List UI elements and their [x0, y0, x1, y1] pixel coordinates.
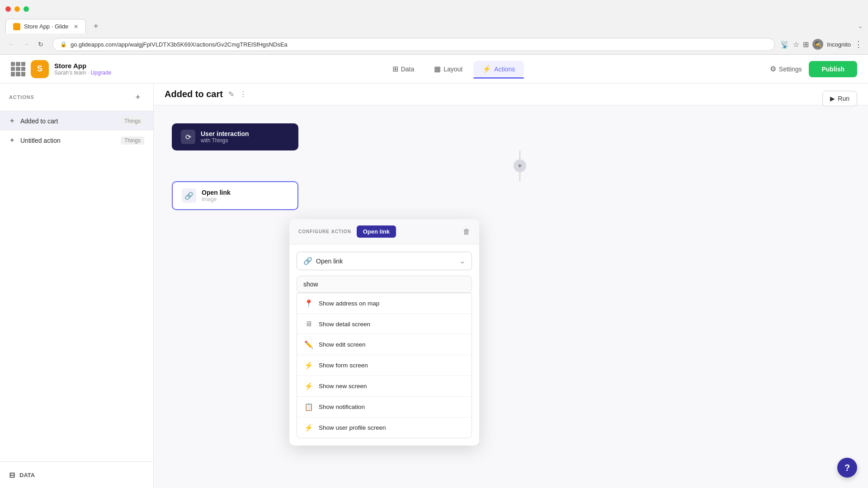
chevron-down-icon: ⌄ — [459, 257, 465, 265]
sidebar-item-untitled-action[interactable]: ✦ Untitled action Things — [0, 131, 153, 150]
close-window-btn[interactable] — [5, 6, 11, 12]
form-screen-icon: ⚡ — [304, 361, 313, 370]
flow-node-1-subtitle: with Things — [201, 137, 249, 144]
flow-node-1-title: User interaction — [201, 130, 249, 137]
active-tab[interactable]: Store App · Glide ✕ — [5, 19, 86, 33]
incognito-area: 🕵 Incognito — [812, 39, 851, 50]
dropdown-item-show-new[interactable]: ⚡ Show new screen — [297, 376, 472, 397]
action-item-tag-1: Things — [121, 117, 144, 125]
publish-button[interactable]: Publish — [809, 61, 857, 77]
actions-tab-label: Actions — [494, 66, 515, 73]
url-text: go.glideapps.com/app/walgjFpIVLDTX3b5K69… — [71, 41, 288, 48]
data-nav-button[interactable]: ⊟ DATA — [9, 467, 144, 483]
layout-tab-icon: ▦ — [434, 65, 441, 73]
back-button[interactable]: ← — [5, 38, 18, 51]
dropdown-item-show-detail[interactable]: 🖥 Show detail screen — [297, 314, 472, 334]
app-layout: S Store App Sarah's team · Upgrade ⊞ Dat… — [0, 55, 868, 488]
forward-button[interactable]: → — [20, 38, 33, 51]
open-link-icon: 🔗 — [182, 188, 196, 203]
address-bar[interactable]: 🔒 go.glideapps.com/app/walgjFpIVLDTX3b5K… — [52, 38, 775, 51]
minimize-window-btn[interactable] — [14, 6, 20, 12]
configure-body: 🔗 Open link ⌄ 📍 Show address on map — [289, 244, 479, 446]
incognito-label: Incognito — [827, 41, 851, 48]
dropdown-item-label-1: Show address on map — [319, 300, 379, 307]
flow-canvas: ⟳ User interaction with Things + 🔗 — [154, 105, 868, 228]
configure-delete-button[interactable]: 🗑 — [463, 228, 470, 236]
detail-screen-icon: 🖥 — [304, 320, 313, 328]
bookmark-icon[interactable]: ☆ — [793, 40, 799, 49]
tab-actions[interactable]: ⚡ Actions — [473, 61, 524, 77]
notification-icon: 📋 — [304, 403, 313, 411]
dropdown-item-show-user-profile[interactable]: ⚡ Show user profile screen — [297, 418, 472, 438]
tab-favicon — [13, 23, 20, 30]
sidebar-title: ACTIONS — [9, 94, 34, 100]
dropdown-item-show-address[interactable]: 📍 Show address on map — [297, 293, 472, 314]
action-type-select[interactable]: 🔗 Open link ⌄ — [297, 252, 472, 270]
configure-label: CONFIGURE ACTION — [298, 229, 351, 234]
nav-buttons: ← → ↻ — [5, 38, 47, 51]
dropdown-item-label-2: Show detail screen — [319, 321, 370, 328]
header-nav: ⊞ Data ▦ Layout ⚡ Actions — [145, 61, 763, 77]
sidebar-header: ACTIONS + — [0, 84, 153, 111]
dropdown-item-show-edit[interactable]: ✏️ Show edit screen — [297, 334, 472, 355]
new-screen-icon: ⚡ — [304, 382, 313, 390]
action-item-tag-2: Things — [121, 136, 144, 145]
settings-button[interactable]: ⚙ Settings — [770, 65, 802, 73]
canvas-edit-icon[interactable]: ✎ — [228, 90, 234, 99]
flow-node-2-subtitle: Image — [202, 196, 231, 202]
dropdown-item-label-7: Show user profile screen — [319, 424, 386, 431]
profile-switch-icon[interactable]: ⊞ — [803, 40, 809, 49]
action-select-text: Open link — [316, 258, 456, 265]
action-search-input[interactable] — [297, 276, 472, 293]
connector-line-1 — [519, 150, 520, 160]
flow-node-2-title: Open link — [202, 189, 231, 196]
reload-button[interactable]: ↻ — [34, 38, 47, 51]
user-interaction-icon: ⟳ — [181, 130, 195, 144]
app-team: Sarah's team · Upgrade — [54, 70, 111, 76]
run-button[interactable]: ▶ Run — [822, 91, 857, 106]
actions-tab-icon: ⚡ — [482, 65, 491, 73]
flow-node-user-interaction[interactable]: ⟳ User interaction with Things — [172, 123, 298, 150]
canvas-title: Added to cart — [165, 89, 223, 99]
address-bar-row: ← → ↻ 🔒 go.glideapps.com/app/walgjFpIVLD… — [0, 34, 868, 54]
data-tab-label: Data — [401, 66, 415, 73]
data-tab-icon: ⊞ — [392, 65, 398, 73]
add-action-button[interactable]: + — [132, 91, 144, 103]
tab-list-icon[interactable]: ⌄ — [858, 23, 863, 29]
canvas-more-icon[interactable]: ⋮ — [240, 90, 247, 99]
configure-panel: CONFIGURE ACTION Open link 🗑 🔗 Open link… — [289, 219, 479, 446]
cast-icon[interactable]: 📡 — [780, 40, 789, 49]
help-button[interactable]: ? — [837, 458, 857, 478]
tab-layout[interactable]: ▦ Layout — [425, 61, 472, 77]
tab-bar: Store App · Glide ✕ + ⌄ — [0, 18, 868, 34]
incognito-icon: 🕵 — [812, 39, 823, 50]
maximize-window-btn[interactable] — [24, 6, 29, 12]
action-item-name-2: Untitled action — [20, 137, 115, 144]
apps-grid-icon[interactable] — [11, 62, 25, 76]
configure-header: CONFIGURE ACTION Open link 🗑 — [289, 219, 479, 244]
add-step-button[interactable]: + — [514, 160, 526, 172]
tab-close-btn[interactable]: ✕ — [74, 23, 78, 30]
flow-node-open-link[interactable]: 🔗 Open link Image — [172, 181, 298, 210]
dropdown-item-label-5: Show new screen — [319, 383, 367, 389]
new-tab-button[interactable]: + — [90, 20, 102, 33]
settings-icon: ⚙ — [770, 65, 776, 73]
dropdown-item-show-notification[interactable]: 📋 Show notification — [297, 397, 472, 418]
layout-tab-label: Layout — [443, 66, 462, 73]
upgrade-link[interactable]: Upgrade — [90, 70, 111, 76]
action-item-icon-1: ✦ — [9, 117, 15, 125]
tab-data[interactable]: ⊞ Data — [383, 61, 424, 77]
connector-line-2 — [519, 172, 520, 181]
dropdown-item-show-form[interactable]: ⚡ Show form screen — [297, 355, 472, 376]
map-pin-icon: 📍 — [304, 299, 313, 308]
edit-screen-icon: ✏️ — [304, 340, 313, 349]
sidebar-item-added-to-cart[interactable]: ✦ Added to cart Things — [0, 111, 153, 131]
title-bar — [0, 0, 868, 18]
run-icon: ▶ — [830, 95, 835, 102]
more-options-icon[interactable]: ⋮ — [854, 39, 863, 49]
flow-node-2-text: Open link Image — [202, 189, 231, 202]
data-nav-icon: ⊟ — [9, 471, 15, 479]
app-name: Store App — [54, 62, 111, 70]
lock-icon: 🔒 — [60, 41, 67, 47]
data-nav-label: DATA — [19, 472, 35, 479]
